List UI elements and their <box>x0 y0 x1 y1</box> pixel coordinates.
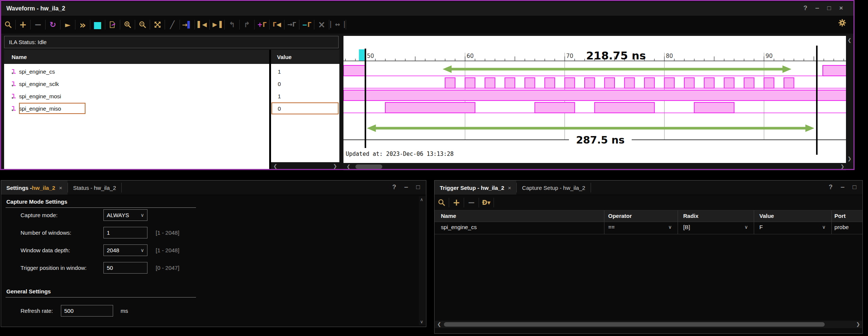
next-marker-icon[interactable]: →Γ <box>285 19 299 30</box>
svg-text:50: 50 <box>367 53 374 59</box>
signal-name: spi_engine_cs <box>19 68 55 75</box>
chevron-down-icon[interactable]: ∨ <box>668 224 672 230</box>
number-of-windows-input[interactable]: 1 <box>103 227 147 238</box>
col-radix[interactable]: Radix <box>683 213 699 219</box>
minimize-icon[interactable]: ‒ <box>841 184 844 191</box>
swap-right-icon[interactable]: ↱ <box>240 19 254 30</box>
chevron-down-icon[interactable]: ∨ <box>744 224 748 230</box>
minimize-icon[interactable]: ‒ <box>404 184 408 191</box>
toolbar-separator <box>269 20 270 30</box>
radix-select[interactable]: [B] <box>683 224 690 230</box>
run-trigger-icon[interactable]: ► <box>61 19 75 30</box>
remove-marker-icon[interactable]: −Γ <box>300 19 314 30</box>
maximize-icon[interactable]: □ <box>853 184 856 191</box>
name-column-header[interactable]: Name <box>12 54 27 60</box>
fit-markers-icon[interactable]: ▏↔▕ <box>330 19 345 30</box>
add-probe-icon[interactable]: + <box>449 197 463 208</box>
retrigger-icon[interactable]: ↻ <box>46 19 60 30</box>
table-row[interactable]: spi_engine_cs <box>4 65 269 78</box>
add-probes-icon[interactable]: + <box>16 19 30 30</box>
find-icon[interactable] <box>1 19 15 30</box>
scroll-left-icon[interactable]: ❮ <box>273 163 277 169</box>
trigger-state-machine-icon[interactable]: Ð▾ <box>479 197 493 208</box>
hscroll-thumb[interactable] <box>444 322 825 327</box>
help-icon[interactable]: ? <box>829 184 833 191</box>
operator-select[interactable]: == <box>608 224 615 230</box>
waveform-toolbar: +−↻►»■╱→▌▌◀▶▐↰↱+ΓΓ◀→Γ−Γ×▏↔▕ <box>1 16 853 34</box>
col-name[interactable]: Name <box>441 213 456 219</box>
tab-trigger-setup[interactable]: Trigger Setup - hw_ila_2 × <box>435 181 516 195</box>
settings-vscrollbar[interactable]: ∧ ∨ <box>419 196 425 325</box>
zoom-fit-icon[interactable] <box>150 19 164 30</box>
maximize-icon[interactable]: □ <box>827 4 831 12</box>
window-data-depth-select[interactable]: 2048 ∨ <box>103 244 147 256</box>
waveform-canvas[interactable]: 5060708090218.75 ns287.5 nsUpdated at: 2… <box>343 36 846 163</box>
trigger-marker[interactable] <box>359 49 364 61</box>
scroll-up-icon[interactable]: ❮ <box>847 37 852 43</box>
remove-probe-icon[interactable]: − <box>464 197 478 208</box>
zoom-out-icon[interactable] <box>136 19 149 30</box>
waveform-settings-gear-icon[interactable] <box>838 18 847 27</box>
table-row[interactable]: spi_engine_sclk <box>4 78 269 90</box>
signal-name-column: Name spi_engine_csspi_engine_sclkspi_eng… <box>4 50 269 170</box>
scroll-up-icon[interactable]: ∧ <box>420 197 423 202</box>
scroll-left-icon[interactable]: ❮ <box>346 164 351 169</box>
select-mode-icon[interactable]: ╱ <box>165 19 179 30</box>
trigger-position-input[interactable]: 50 <box>103 262 147 274</box>
section-divider <box>6 297 196 298</box>
tab-close-icon[interactable]: × <box>59 185 62 191</box>
tab-settings[interactable]: Settings - hw_ila_2 × <box>1 181 68 195</box>
find-icon[interactable] <box>435 197 448 208</box>
waveform-vscrollbar[interactable]: ❮ ❯ <box>846 36 853 163</box>
chevron-down-icon[interactable]: ∨ <box>822 224 826 230</box>
next-transition-icon[interactable]: ▶▐ <box>210 19 224 30</box>
col-operator[interactable]: Operator <box>608 213 632 219</box>
add-marker-icon[interactable]: +Γ <box>255 19 269 30</box>
table-row[interactable]: 1 <box>271 90 339 102</box>
waveform-hscrollbar[interactable]: ❮ ❯ <box>343 163 846 170</box>
stop-trigger-icon[interactable]: ■ <box>91 19 105 30</box>
tab-close-icon[interactable]: × <box>508 185 511 191</box>
window-data-depth-label: Window data depth: <box>21 247 70 253</box>
previous-transition-icon[interactable]: ▌◀ <box>195 19 209 30</box>
trigger-hscrollbar[interactable]: ❮ ❯ <box>435 321 862 328</box>
previous-marker-icon[interactable]: Γ◀ <box>270 19 284 30</box>
secondary-cursor[interactable] <box>816 46 818 155</box>
scroll-left-icon[interactable]: ❮ <box>437 321 441 327</box>
waveform-titlebar[interactable]: Waveform - hw_ila_2 ? ‒ □ × <box>1 2 853 16</box>
minimize-icon[interactable]: ‒ <box>815 4 819 12</box>
swap-left-icon[interactable]: ↰ <box>225 19 239 30</box>
remove-probes-icon[interactable]: − <box>31 19 45 30</box>
goto-time-icon[interactable]: →▌ <box>180 19 194 30</box>
tab-status[interactable]: Status - hw_ila_2 <box>68 181 121 195</box>
help-icon[interactable]: ? <box>392 184 396 191</box>
value-select[interactable]: F <box>759 224 763 230</box>
refresh-rate-input[interactable]: 500 <box>61 305 113 317</box>
main-cursor[interactable] <box>365 49 366 148</box>
table-row[interactable]: 1 <box>271 65 339 78</box>
waveform-plot[interactable]: 5060708090218.75 ns287.5 nsUpdated at: 2… <box>343 36 846 162</box>
scroll-right-icon[interactable]: ❯ <box>856 321 860 327</box>
capture-mode-select[interactable]: ALWAYS ∨ <box>103 209 147 221</box>
tab-capture-setup[interactable]: Capture Setup - hw_ila_2 <box>517 181 590 195</box>
hscroll-thumb[interactable] <box>355 164 382 169</box>
scroll-down-icon[interactable]: ❯ <box>847 156 852 161</box>
scroll-right-icon[interactable]: ❯ <box>840 164 844 169</box>
zoom-in-icon[interactable] <box>121 19 134 30</box>
value-column-header[interactable]: Value <box>277 54 292 60</box>
table-row[interactable]: 0 <box>271 78 339 90</box>
export-ila-data-icon[interactable] <box>106 19 119 30</box>
help-icon[interactable]: ? <box>803 4 807 12</box>
window-data-depth-range: [1 - 2048] <box>156 247 179 253</box>
table-row[interactable]: spi_engine_mosi <box>4 90 269 102</box>
col-value[interactable]: Value <box>759 213 774 219</box>
value-column-hscrollbar[interactable]: ❮ ❯ <box>271 162 339 170</box>
col-port[interactable]: Port <box>834 213 846 219</box>
run-trigger-immediate-icon[interactable]: » <box>76 19 90 30</box>
delete-icon[interactable]: × <box>315 19 329 30</box>
close-icon[interactable]: × <box>839 4 843 12</box>
scroll-right-icon[interactable]: ❯ <box>333 163 337 169</box>
scroll-down-icon[interactable]: ∨ <box>420 319 423 324</box>
general-settings-title: General Settings <box>6 288 51 295</box>
maximize-icon[interactable]: □ <box>416 184 420 191</box>
